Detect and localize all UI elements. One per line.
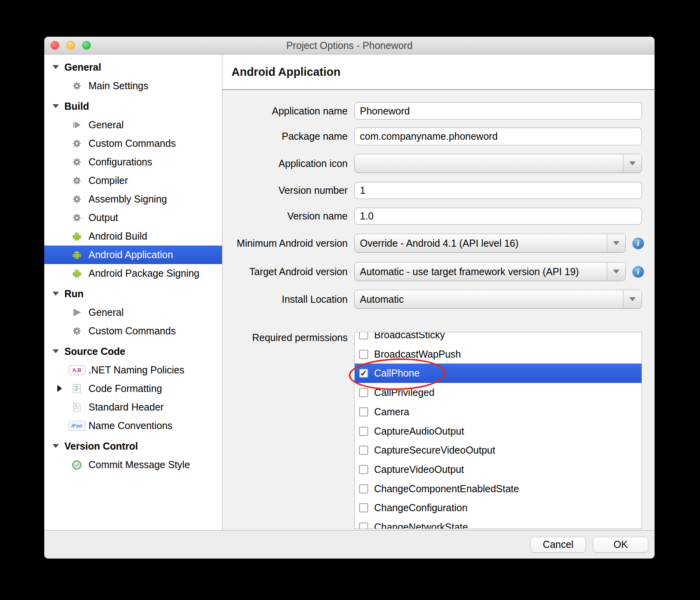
permission-checkbox[interactable] [359, 332, 368, 339]
permission-row-changeconfiguration[interactable]: ChangeConfiguration [355, 498, 642, 518]
disclosure-triangle-icon[interactable] [53, 443, 59, 449]
info-icon[interactable]: i [632, 238, 644, 249]
sidebar-item-label: Android Build [88, 231, 147, 242]
sidebar-item-build-assembly-signing[interactable]: Assembly Signing [44, 190, 222, 208]
gear-icon [72, 194, 82, 204]
permission-label: CaptureSecureVideoOutput [374, 444, 495, 456]
sidebar-item-build-android-package-signing[interactable]: Android Package Signing [44, 264, 222, 283]
sidebar-item-build-compiler[interactable]: Compiler [44, 171, 222, 190]
android-icon [72, 231, 82, 242]
sidebar-item-build-general[interactable]: General [44, 116, 222, 134]
permission-row-callprivileged[interactable]: CallPrivileged [355, 383, 642, 402]
sidebar-item-run-general[interactable]: General [44, 303, 222, 322]
gear-icon [72, 81, 82, 91]
tree-group-source-code[interactable]: Source Code [44, 342, 222, 361]
permission-row-captureaudiooutput[interactable]: CaptureAudioOutput [355, 422, 642, 441]
package-name-input[interactable] [354, 128, 642, 145]
permission-row-changenetworkstate[interactable]: ChangeNetworkState [355, 518, 642, 529]
disclosure-triangle-icon[interactable] [53, 291, 59, 297]
target-android-version-dropdown[interactable]: Automatic - use target framework version… [354, 262, 626, 281]
permission-checkbox[interactable] [359, 350, 368, 359]
sidebar-item-build-output[interactable]: Output [44, 208, 222, 227]
disclosure-triangle-icon[interactable] [53, 64, 59, 70]
permission-row-callphone[interactable]: ✓CallPhone [355, 364, 642, 383]
sidebar-item-build-android-application[interactable]: Android Application [44, 246, 222, 264]
version-name-input[interactable] [354, 208, 642, 225]
dropdown-selected-value: Automatic [360, 294, 404, 305]
ab-badge-icon: A.B [72, 365, 82, 375]
info-icon[interactable]: i [632, 266, 644, 278]
sidebar-item-label: Android Application [88, 249, 173, 261]
permission-checkbox[interactable] [359, 503, 368, 512]
dropdown-arrow-button[interactable] [623, 154, 642, 172]
dropdown-arrow-button[interactable] [623, 290, 642, 308]
chevron-down-icon [629, 161, 636, 165]
permission-checkbox[interactable] [359, 523, 368, 529]
sidebar-item-run-custom-commands[interactable]: Custom Commands [44, 322, 222, 340]
sidebar-item-version-control-commit-message-style[interactable]: Commit Message Style [44, 456, 222, 474]
version-number-input[interactable] [354, 182, 642, 199]
permission-label: CallPhone [374, 368, 420, 379]
zoom-button[interactable] [82, 41, 91, 50]
permission-row-broadcastwappush[interactable]: BroadcastWapPush [355, 345, 642, 364]
permission-row-capturevideooutput[interactable]: CaptureVideoOutput [355, 460, 642, 479]
tree-group-general[interactable]: General [44, 58, 222, 77]
gear-icon [72, 157, 82, 167]
disclosure-triangle-icon[interactable] [53, 348, 59, 354]
tree-group-label: Build [64, 101, 89, 112]
required-permissions-list: BroadcastStickyBroadcastWapPush✓CallPhon… [354, 332, 642, 529]
permission-label: CallPrivileged [374, 387, 435, 398]
sidebar-item-general-main-settings[interactable]: Main Settings [44, 77, 222, 95]
permission-checkbox[interactable] [359, 407, 368, 416]
tree-group-run[interactable]: Run [44, 284, 222, 303]
permission-row-capturesecurevideooutput[interactable]: CaptureSecureVideoOutput [355, 441, 642, 460]
tree-group-label: Version Control [64, 441, 138, 452]
cancel-button[interactable]: Cancel [531, 537, 586, 553]
expand-triangle-icon[interactable] [57, 385, 62, 392]
permission-row-camera[interactable]: Camera [355, 402, 642, 422]
install-location-dropdown[interactable]: Automatic [354, 290, 642, 309]
minimum-android-version-dropdown[interactable]: Override - Android 4.1 (API level 16) [354, 234, 626, 253]
permission-checkbox[interactable] [359, 427, 368, 436]
field-label-version-name: Version name [222, 208, 348, 225]
application-name-input[interactable] [354, 102, 642, 120]
disclosure-triangle-icon[interactable] [53, 103, 59, 109]
sidebar-item-label: Name Conventions [88, 420, 173, 431]
chevron-down-icon [613, 270, 619, 274]
document-icon [72, 402, 82, 412]
application-icon-dropdown[interactable] [354, 154, 642, 173]
close-button[interactable] [51, 41, 59, 50]
dropdown-arrow-button[interactable] [607, 262, 625, 281]
permission-label: CaptureAudioOutput [374, 426, 464, 437]
sidebar-item-source-code-net-naming-policies[interactable]: A.B.NET Naming Policies [44, 361, 222, 379]
android-icon [72, 268, 82, 279]
tree-group-version-control[interactable]: Version Control [44, 437, 222, 456]
play-icon [72, 307, 82, 318]
sidebar-item-build-custom-commands[interactable]: Custom Commands [44, 134, 222, 153]
tree-group-label: Source Code [64, 346, 125, 357]
sidebar-item-source-code-standard-header[interactable]: Standard Header [44, 398, 222, 416]
permission-row-changecomponentenabledstate[interactable]: ChangeComponentEnabledState [355, 479, 642, 499]
sidebar-item-label: Android Package Signing [88, 268, 199, 279]
tree-group-build[interactable]: Build [44, 97, 222, 116]
ok-button[interactable]: OK [593, 537, 648, 553]
field-label-application-icon: Application icon [222, 154, 348, 173]
project-options-dialog: Project Options - Phoneword GeneralMain … [44, 37, 655, 559]
ifoo-badge-icon: iFoo [72, 420, 82, 431]
field-label-application-name: Application name [222, 102, 348, 120]
permission-checkbox[interactable] [359, 465, 368, 474]
permission-label: ChangeNetworkState [374, 521, 468, 529]
permission-checkbox[interactable] [359, 388, 368, 397]
permission-checkbox[interactable] [359, 446, 368, 455]
sidebar-item-source-code-name-conventions[interactable]: iFooName Conventions [44, 416, 222, 435]
panel-android-application: Android Application Application namePack… [222, 54, 655, 530]
permission-checkbox[interactable]: ✓ [359, 369, 368, 378]
dropdown-arrow-button[interactable] [607, 234, 625, 252]
minimize-button[interactable] [66, 41, 75, 50]
permission-row-broadcaststicky[interactable]: BroadcastSticky [355, 332, 642, 345]
sidebar-item-build-android-build[interactable]: Android Build [44, 227, 222, 246]
permission-checkbox[interactable] [359, 484, 368, 493]
sidebar-item-source-code-code-formatting[interactable]: Code Formatting [44, 379, 222, 398]
sidebar-item-build-configurations[interactable]: Configurations [44, 153, 222, 171]
field-label-required-permissions: Required permissions [222, 331, 348, 344]
